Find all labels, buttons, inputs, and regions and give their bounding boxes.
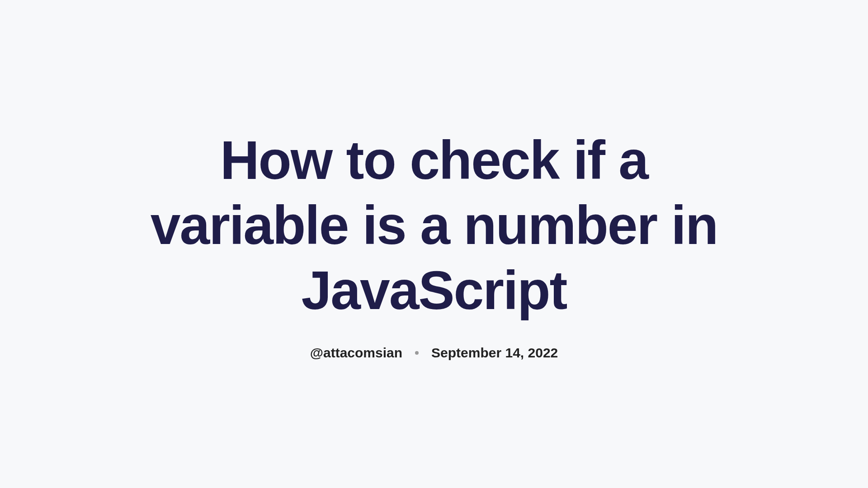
author-handle: @attacomsian xyxy=(310,345,402,361)
article-meta: @attacomsian September 14, 2022 xyxy=(310,345,558,361)
article-title: How to check if a variable is a number i… xyxy=(118,127,750,323)
publish-date: September 14, 2022 xyxy=(431,345,558,361)
separator-dot xyxy=(415,351,419,355)
article-header: How to check if a variable is a number i… xyxy=(118,127,750,361)
